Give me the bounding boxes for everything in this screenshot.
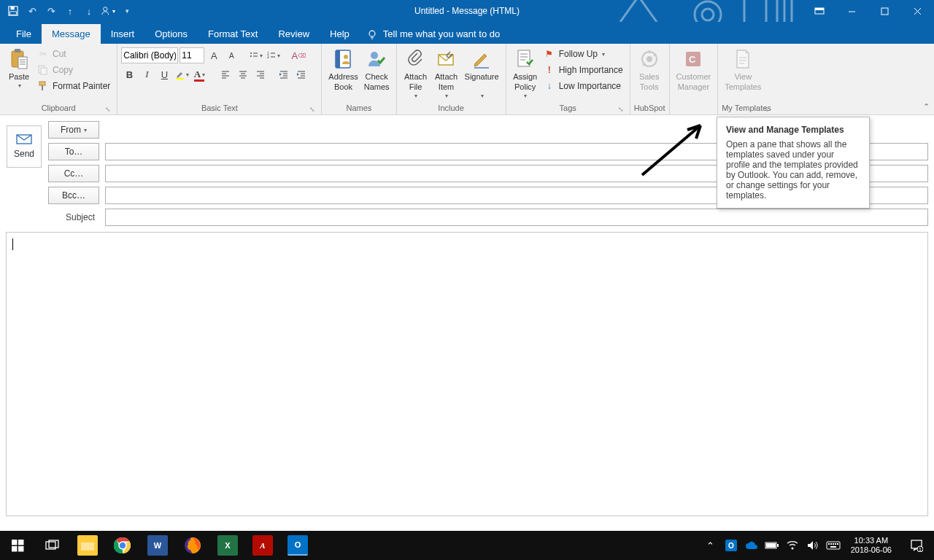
tags-launcher-icon[interactable]: ⤡ (616, 106, 626, 113)
high-importance-button[interactable]: !High Importance (541, 62, 626, 78)
svg-rect-34 (176, 78, 184, 79)
svg-rect-97 (833, 543, 834, 545)
bullets-button[interactable] (248, 47, 264, 63)
assign-policy-button[interactable]: Assign Policy▾ (510, 46, 541, 101)
tab-message[interactable]: Message (42, 24, 101, 44)
taskbar-firefox[interactable] (175, 531, 210, 560)
save-icon[interactable] (4, 2, 22, 20)
view-templates-button[interactable]: View Templates (722, 46, 764, 94)
group-names: Address Book Check Names Names (322, 44, 396, 114)
clipboard-launcher-icon[interactable]: ⤡ (103, 106, 113, 113)
taskbar-explorer[interactable] (70, 531, 105, 560)
svg-text:1: 1 (919, 547, 922, 552)
tab-format-text[interactable]: Format Text (198, 24, 268, 44)
font-family-select[interactable] (121, 47, 178, 63)
svg-rect-77 (18, 540, 24, 545)
tray-keyboard-icon[interactable] (825, 531, 842, 560)
collapse-ribbon-icon[interactable]: ⌃ (923, 102, 930, 112)
taskbar-acrobat[interactable]: A (245, 531, 280, 560)
check-names-button[interactable]: Check Names (361, 46, 393, 94)
paste-button[interactable]: Paste ▾ (4, 46, 34, 91)
tab-review[interactable]: Review (268, 24, 320, 44)
to-button[interactable]: To… (48, 143, 99, 160)
bcc-button[interactable]: Bcc… (48, 187, 99, 204)
format-painter-button[interactable]: Format Painter (34, 78, 113, 94)
attach-item-button[interactable]: Attach Item▾ (431, 46, 462, 101)
decrease-indent-button[interactable] (276, 66, 292, 82)
italic-button[interactable]: I (139, 66, 155, 82)
attach-item-label: Attach Item (435, 72, 458, 93)
tab-insert[interactable]: Insert (101, 24, 145, 44)
taskbar-clock[interactable]: 10:33 AM 2018-06-06 (845, 536, 898, 554)
send-button[interactable]: Send (7, 125, 42, 168)
attach-file-label: Attach File (404, 72, 427, 93)
view-templates-label: View Templates (725, 72, 761, 93)
tab-options[interactable]: Options (144, 24, 198, 44)
tray-onedrive-icon[interactable] (743, 531, 760, 560)
taskbar-excel[interactable]: X (210, 531, 245, 560)
close-button[interactable] (901, 0, 934, 22)
svg-text:2: 2 (267, 55, 269, 59)
highlight-button[interactable] (174, 66, 190, 82)
cc-button[interactable]: Cc… (48, 165, 99, 182)
shrink-font-button[interactable]: A (223, 47, 239, 63)
message-body[interactable] (6, 232, 928, 516)
action-center-icon[interactable]: 1 (900, 531, 933, 560)
font-color-button[interactable]: A (191, 66, 207, 82)
undo-icon[interactable]: ↶ (23, 2, 41, 20)
grow-font-button[interactable]: A (206, 47, 222, 63)
tray-outlook-icon[interactable]: O (722, 531, 740, 560)
group-my-templates: View Templates My Templates⤡ (718, 44, 775, 114)
tray-overflow-icon[interactable]: ⌃ (702, 531, 719, 560)
quick-access-toolbar: ↶ ↷ ↑ ↓ ▾ ▾ (0, 2, 136, 20)
attach-file-button[interactable]: Attach File▾ (401, 46, 431, 101)
redo-icon[interactable]: ↷ (42, 2, 60, 20)
cut-button[interactable]: ✂Cut (34, 46, 113, 62)
taskbar-word[interactable]: W (140, 531, 175, 560)
numbering-button[interactable]: 12 (266, 47, 282, 63)
sales-tools-button[interactable]: Sales Tools (634, 46, 665, 94)
title-decoration (613, 0, 817, 22)
clear-formatting-button[interactable]: A⌫ (290, 47, 306, 63)
customer-manager-button[interactable]: C Customer Manager (674, 46, 714, 94)
svg-rect-91 (777, 544, 779, 547)
nav-up-icon[interactable]: ↑ (61, 2, 79, 20)
svg-rect-95 (828, 543, 830, 545)
low-importance-button[interactable]: ↓Low Importance (541, 78, 626, 94)
nav-down-icon[interactable]: ↓ (80, 2, 98, 20)
maximize-button[interactable] (868, 0, 901, 22)
taskbar-chrome[interactable] (105, 531, 140, 560)
align-center-button[interactable] (235, 66, 251, 82)
task-view-button[interactable] (35, 531, 70, 560)
tray-volume-icon[interactable] (804, 531, 822, 560)
copy-button[interactable]: Copy (34, 62, 113, 78)
increase-indent-button[interactable] (293, 66, 309, 82)
align-left-button[interactable] (217, 66, 234, 82)
taskbar-outlook[interactable]: O (280, 531, 315, 560)
templates-launcher-icon[interactable]: ⤡ (761, 106, 771, 113)
bold-button[interactable]: B (121, 66, 137, 82)
align-right-button[interactable] (252, 66, 269, 82)
tell-me-search[interactable]: Tell me what you want to do (360, 24, 507, 44)
svg-rect-94 (827, 542, 840, 549)
qat-customize-icon[interactable]: ▾ (118, 2, 136, 20)
minimize-button[interactable] (835, 0, 868, 22)
tray-wifi-icon[interactable] (784, 531, 801, 560)
address-book-button[interactable]: Address Book (325, 46, 360, 94)
copy-icon (37, 64, 49, 76)
tab-help[interactable]: Help (320, 24, 360, 44)
underline-button[interactable]: U (156, 66, 172, 82)
signature-button[interactable]: Signature▾ (462, 46, 502, 101)
user-dropdown-icon[interactable]: ▾ (99, 2, 117, 20)
tray-battery-icon[interactable] (763, 531, 781, 560)
basic-text-launcher-icon[interactable]: ⤡ (307, 106, 317, 113)
font-size-select[interactable] (180, 47, 204, 63)
subject-field[interactable] (105, 209, 928, 226)
from-button[interactable]: From▾ (48, 121, 99, 139)
address-book-icon (332, 47, 355, 71)
svg-rect-17 (15, 49, 20, 52)
follow-up-button[interactable]: ⚑Follow Up▾ (541, 46, 626, 62)
start-button[interactable] (0, 531, 35, 560)
sales-tools-icon (638, 47, 661, 71)
tab-file[interactable]: File (6, 24, 42, 44)
